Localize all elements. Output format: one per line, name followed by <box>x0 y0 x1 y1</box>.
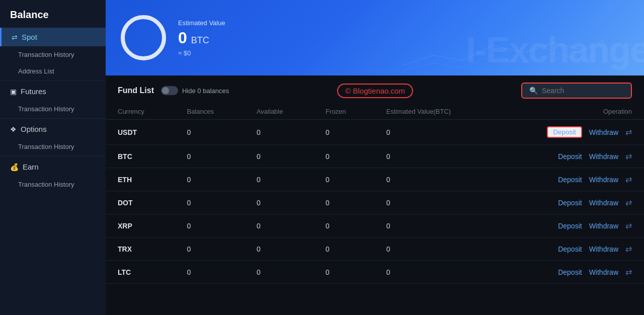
hide-balances-toggle[interactable] <box>161 86 178 95</box>
estimated-label: Estimated Value <box>178 19 225 27</box>
col-frozen: Frozen <box>313 104 374 120</box>
sidebar-item-futures[interactable]: ▣ Futures <box>0 82 106 101</box>
sidebar-item-earn-transaction-history[interactable]: Transaction History <box>0 176 106 193</box>
cell-operation-DOT: Deposit Withdraw ⇄ <box>495 191 644 214</box>
search-box[interactable]: 🔍 <box>521 83 632 99</box>
col-estimated-btc: Estimated Value(BTC) <box>374 104 496 120</box>
fund-table: Currency Balances Available Frozen Estim… <box>106 104 644 284</box>
sidebar-item-futures-transaction-history[interactable]: Transaction History <box>0 101 106 117</box>
cell-estimated-DOT: 0 <box>374 191 496 214</box>
search-wrapper: 🔍 <box>521 83 632 99</box>
table-row: BTC 0 0 0 0 Deposit Withdraw ⇄ <box>106 145 644 168</box>
banner-info: Estimated Value 0 BTC ≈ $0 <box>178 19 225 57</box>
banner-usd-value: ≈ $0 <box>178 49 225 57</box>
sidebar-item-earn[interactable]: 💰 Earn <box>0 158 106 176</box>
cell-frozen-BTC: 0 <box>313 145 374 168</box>
withdraw-button-XRP[interactable]: Withdraw <box>589 222 618 230</box>
futures-icon: ▣ <box>10 88 17 96</box>
transfer-icon-BTC[interactable]: ⇄ <box>625 151 632 161</box>
table-row: DOT 0 0 0 0 Deposit Withdraw ⇄ <box>106 191 644 214</box>
cell-currency-ETH: ETH <box>106 168 175 191</box>
transfer-icon-DOT[interactable]: ⇄ <box>625 198 632 207</box>
sidebar-item-spot-transaction-history[interactable]: Transaction History <box>0 46 106 63</box>
sidebar-title: Balance <box>0 0 106 28</box>
cell-currency-USDT: USDT <box>106 120 175 145</box>
cell-balances-LTC: 0 <box>175 261 244 284</box>
cell-available-BTC: 0 <box>245 145 313 168</box>
table-row: TRX 0 0 0 0 Deposit Withdraw ⇄ <box>106 238 644 261</box>
deposit-button-XRP[interactable]: Deposit <box>558 222 582 230</box>
fund-table-body: USDT 0 0 0 0 Deposit Withdraw ⇄ BTC 0 0 … <box>106 120 644 284</box>
transfer-icon-TRX[interactable]: ⇄ <box>625 244 632 254</box>
withdraw-button-TRX[interactable]: Withdraw <box>589 245 618 253</box>
deposit-button-DOT[interactable]: Deposit <box>558 199 582 207</box>
divider-2 <box>0 118 106 119</box>
fund-header-row: Fund List Hide 0 balances © Blogtienao.c… <box>106 75 644 104</box>
col-balances: Balances <box>175 104 244 120</box>
sidebar-item-options[interactable]: ❖ Options <box>0 120 106 138</box>
search-icon: 🔍 <box>529 87 538 95</box>
cell-operation-XRP: Deposit Withdraw ⇄ <box>495 214 644 238</box>
col-operation: Operation <box>495 104 644 120</box>
cell-estimated-BTC: 0 <box>374 145 496 168</box>
options-icon: ❖ <box>10 125 17 133</box>
hide-balances-toggle-row[interactable]: Hide 0 balances <box>161 86 229 95</box>
cell-estimated-USDT: 0 <box>374 120 496 145</box>
cell-currency-TRX: TRX <box>106 238 175 261</box>
cell-estimated-ETH: 0 <box>374 168 496 191</box>
cell-available-ETH: 0 <box>245 168 313 191</box>
cell-available-LTC: 0 <box>245 261 313 284</box>
cell-available-DOT: 0 <box>245 191 313 214</box>
transfer-icon-LTC[interactable]: ⇄ <box>625 267 632 277</box>
transfer-icon-USDT[interactable]: ⇄ <box>625 127 632 137</box>
table-row: XRP 0 0 0 0 Deposit Withdraw ⇄ <box>106 214 644 238</box>
table-row: LTC 0 0 0 0 Deposit Withdraw ⇄ <box>106 261 644 284</box>
cell-available-USDT: 0 <box>245 120 313 145</box>
table-row: ETH 0 0 0 0 Deposit Withdraw ⇄ <box>106 168 644 191</box>
cell-frozen-DOT: 0 <box>313 191 374 214</box>
cell-frozen-LTC: 0 <box>313 261 374 284</box>
deposit-button-LTC[interactable]: Deposit <box>558 268 582 276</box>
cell-frozen-USDT: 0 <box>313 120 374 145</box>
toggle-knob <box>162 87 169 94</box>
deposit-button-USDT[interactable]: Deposit <box>547 126 582 138</box>
hide-balances-label: Hide 0 balances <box>182 87 229 95</box>
fund-table-header-row: Currency Balances Available Frozen Estim… <box>106 104 644 120</box>
cell-frozen-ETH: 0 <box>313 168 374 191</box>
cell-available-XRP: 0 <box>245 214 313 238</box>
fund-table-head: Currency Balances Available Frozen Estim… <box>106 104 644 120</box>
cell-balances-DOT: 0 <box>175 191 244 214</box>
transfer-icon-ETH[interactable]: ⇄ <box>625 175 632 184</box>
cell-operation-LTC: Deposit Withdraw ⇄ <box>495 261 644 284</box>
sidebar-item-spot-address-list[interactable]: Address List <box>0 63 106 80</box>
col-currency: Currency <box>106 104 175 120</box>
deposit-button-ETH[interactable]: Deposit <box>558 176 582 184</box>
cell-estimated-XRP: 0 <box>374 214 496 238</box>
withdraw-button-LTC[interactable]: Withdraw <box>589 268 618 276</box>
sidebar-item-options-transaction-history[interactable]: Transaction History <box>0 138 106 155</box>
deposit-button-TRX[interactable]: Deposit <box>558 245 582 253</box>
sidebar-earn-label: Earn <box>23 163 39 171</box>
main-content: Estimated Value 0 BTC ≈ $0 I-Exchange Fu… <box>106 0 644 315</box>
search-input[interactable] <box>542 87 624 95</box>
sidebar-futures-label: Futures <box>21 87 46 96</box>
banner-currency: BTC <box>191 35 209 46</box>
fund-list-label: Fund List <box>118 86 154 95</box>
deposit-button-BTC[interactable]: Deposit <box>558 152 582 161</box>
sidebar-item-spot[interactable]: ⇄ Spot <box>0 28 106 46</box>
header-banner: Estimated Value 0 BTC ≈ $0 I-Exchange <box>106 0 644 75</box>
spot-icon: ⇄ <box>12 33 18 41</box>
withdraw-button-DOT[interactable]: Withdraw <box>589 199 618 207</box>
withdraw-button-ETH[interactable]: Withdraw <box>589 176 618 184</box>
transfer-icon-XRP[interactable]: ⇄ <box>625 221 632 230</box>
cell-operation-TRX: Deposit Withdraw ⇄ <box>495 238 644 261</box>
cell-currency-XRP: XRP <box>106 214 175 238</box>
watermark: © Blogtienao.com <box>337 84 413 98</box>
sidebar-spot-label: Spot <box>22 33 37 41</box>
cell-estimated-LTC: 0 <box>374 261 496 284</box>
cell-balances-USDT: 0 <box>175 120 244 145</box>
cell-operation-ETH: Deposit Withdraw ⇄ <box>495 168 644 191</box>
withdraw-button-USDT[interactable]: Withdraw <box>589 128 618 136</box>
withdraw-button-BTC[interactable]: Withdraw <box>589 152 618 161</box>
cell-frozen-TRX: 0 <box>313 238 374 261</box>
